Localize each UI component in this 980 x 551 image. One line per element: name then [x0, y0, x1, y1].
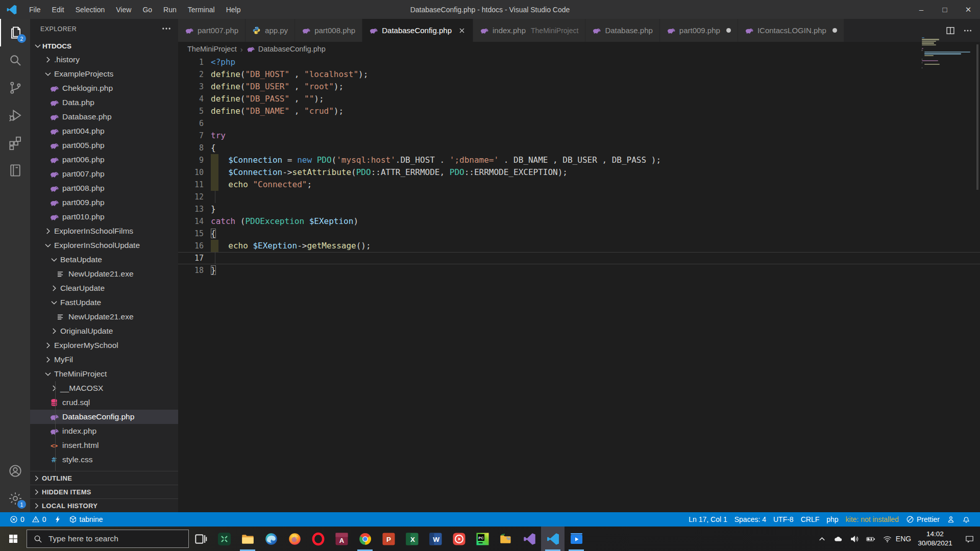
- status-notifications[interactable]: [959, 512, 974, 527]
- tree-item-newupdate21-exe[interactable]: NewUpdate21.exe: [30, 310, 178, 324]
- minimap[interactable]: [922, 37, 969, 69]
- start-button[interactable]: [0, 527, 27, 551]
- code-line-15[interactable]: 15{: [178, 228, 980, 240]
- code-line-8[interactable]: 8{: [178, 142, 980, 154]
- taskbar-vscode-icon[interactable]: [541, 527, 565, 551]
- tab-part008-php[interactable]: part008.php: [295, 19, 362, 42]
- close-button[interactable]: ✕: [957, 0, 980, 19]
- search-activity-icon[interactable]: [0, 46, 30, 74]
- tab-database-php[interactable]: Database.php: [585, 19, 659, 42]
- code-line-2[interactable]: 2define("DB_HOST" , "localhost");: [178, 68, 980, 81]
- tree-item-explorerinschoolfilms[interactable]: ExplorerInSchoolFilms: [30, 224, 178, 238]
- status-eol[interactable]: CRLF: [797, 512, 823, 527]
- taskbar-sharex-icon[interactable]: [212, 527, 236, 551]
- menu-selection[interactable]: Selection: [70, 0, 111, 19]
- editor-scrollbar[interactable]: [976, 44, 978, 190]
- menu-help[interactable]: Help: [220, 0, 247, 19]
- menu-edit[interactable]: Edit: [46, 0, 70, 19]
- breadcrumb[interactable]: TheMiniProject › DatabaseConfig.php: [178, 42, 980, 56]
- menu-go[interactable]: Go: [137, 0, 158, 19]
- tray-clock[interactable]: 14:0230/08/2021: [912, 530, 959, 548]
- code-line-9[interactable]: 9 $Connection = new PDO('mysql:host'.DB_…: [178, 154, 980, 166]
- code-line-17[interactable]: 17: [178, 252, 980, 264]
- tree-item-part009-php[interactable]: part009.php: [30, 195, 178, 210]
- tree-item-theminiproject[interactable]: TheMiniProject: [30, 367, 178, 381]
- breadcrumb-folder[interactable]: TheMiniProject: [187, 45, 237, 53]
- code-line-11[interactable]: 11 echo "Connected";: [178, 179, 980, 191]
- tray-network[interactable]: [879, 527, 895, 551]
- tree-item-part010-php[interactable]: part010.php: [30, 210, 178, 224]
- tree-item-index-php[interactable]: index.php: [30, 424, 178, 438]
- tree-item-part008-php[interactable]: part008.php: [30, 181, 178, 195]
- tab-part007-php[interactable]: part007.php: [178, 19, 246, 42]
- taskbar-excel-icon[interactable]: X: [400, 527, 424, 551]
- code-line-5[interactable]: 5define("DB_NAME" , "crud");: [178, 105, 980, 117]
- section-local-history[interactable]: LOCAL HISTORY: [30, 498, 178, 512]
- taskbar-visual-studio-icon[interactable]: [518, 527, 541, 551]
- status-live-reload[interactable]: [50, 512, 65, 527]
- menu-run[interactable]: Run: [158, 0, 182, 19]
- more-actions-icon[interactable]: [963, 26, 973, 36]
- status-tabnine[interactable]: tabnine: [65, 512, 107, 527]
- breadcrumb-file[interactable]: DatabaseConfig.php: [258, 45, 326, 53]
- workspace-root-folder[interactable]: HTDOCS: [30, 39, 178, 53]
- taskbar-search-input[interactable]: [48, 534, 176, 543]
- tree-item-fastupdate[interactable]: FastUpdate: [30, 295, 178, 310]
- tray-volume[interactable]: [846, 527, 863, 551]
- tray-hidden-icons[interactable]: [814, 527, 830, 551]
- tree-item-style-css[interactable]: #style.css: [30, 453, 178, 467]
- tree-item-databaseconfig-php[interactable]: DatabaseConfig.php: [30, 410, 178, 424]
- status-feedback[interactable]: [943, 512, 959, 527]
- settings-activity-icon[interactable]: 1: [0, 485, 30, 512]
- tree-item-insert-html[interactable]: <>insert.html: [30, 438, 178, 453]
- code-line-6[interactable]: 6: [178, 117, 980, 130]
- section-hidden-items[interactable]: HIDDEN ITEMS: [30, 485, 178, 498]
- status-problems-warnings[interactable]: 0: [28, 512, 50, 527]
- taskbar-file-explorer-icon[interactable]: [236, 527, 259, 551]
- tree-item-clearupdate[interactable]: ClearUpdate: [30, 281, 178, 295]
- tree-item-cheklogin-php[interactable]: Cheklogin.php: [30, 81, 178, 95]
- code-line-13[interactable]: 13}: [178, 203, 980, 215]
- taskbar-access-icon[interactable]: A: [330, 527, 353, 551]
- status-encoding[interactable]: UTF-8: [770, 512, 797, 527]
- menu-terminal[interactable]: Terminal: [182, 0, 220, 19]
- close-tab-icon[interactable]: [458, 27, 466, 35]
- code-line-7[interactable]: 7try: [178, 130, 980, 142]
- taskbar-powerpoint-icon[interactable]: P: [377, 527, 400, 551]
- section-outline[interactable]: OUTLINE: [30, 471, 178, 485]
- taskbar-camtasia-icon[interactable]: [447, 527, 471, 551]
- tab-index-php[interactable]: index.phpTheMiniProject: [473, 19, 585, 42]
- tree-item--history[interactable]: .history: [30, 53, 178, 67]
- code-line-18[interactable]: 18}: [178, 264, 980, 277]
- status-indentation[interactable]: Spaces: 4: [731, 512, 770, 527]
- tree-item-exampleprojects[interactable]: ExampleProjects: [30, 67, 178, 81]
- code-line-4[interactable]: 4define("DB_PASS" , "");: [178, 93, 980, 105]
- source-control-activity-icon[interactable]: [0, 74, 30, 102]
- tree-item-data-php[interactable]: Data.php: [30, 95, 178, 110]
- tree-item-update-html[interactable]: <>update.html: [30, 467, 178, 471]
- run-debug-activity-icon[interactable]: [0, 102, 30, 129]
- taskbar-task-view-icon[interactable]: [189, 527, 212, 551]
- taskbar-word-icon[interactable]: W: [424, 527, 447, 551]
- code-line-16[interactable]: 16 echo $EXeption->getMessage();: [178, 240, 980, 252]
- maximize-button[interactable]: □: [933, 0, 957, 19]
- tab-app-py[interactable]: app.py: [246, 19, 295, 42]
- tree-item-explorerinschoolupdate[interactable]: ExplorerInSchoolUpdate: [30, 238, 178, 253]
- tree-item-part005-php[interactable]: part005.php: [30, 138, 178, 153]
- code-editor[interactable]: 1<?php2define("DB_HOST" , "localhost");3…: [178, 56, 980, 512]
- menu-file[interactable]: File: [23, 0, 46, 19]
- taskbar-opera-icon[interactable]: [306, 527, 330, 551]
- code-line-14[interactable]: 14catch (PDOException $EXeption): [178, 215, 980, 228]
- status-kite-status[interactable]: kite: not installed: [842, 512, 902, 527]
- minimize-button[interactable]: –: [910, 0, 933, 19]
- code-line-12[interactable]: 12: [178, 191, 980, 203]
- taskbar-system-tools-icon[interactable]: [494, 527, 518, 551]
- tree-item-newupdate21-exe[interactable]: NewUpdate21.exe: [30, 267, 178, 281]
- tab-icontacslogin-php[interactable]: IContacsLOGIN.php: [738, 19, 844, 42]
- code-line-3[interactable]: 3define("DB_USER" , "root");: [178, 81, 980, 93]
- menu-view[interactable]: View: [110, 0, 137, 19]
- tray-onedrive[interactable]: [830, 527, 846, 551]
- tab-databaseconfig-php[interactable]: DatabaseConfig.php: [362, 19, 473, 42]
- taskbar-movies-tv-icon[interactable]: [565, 527, 588, 551]
- taskbar-pycharm-icon[interactable]: PC: [471, 527, 494, 551]
